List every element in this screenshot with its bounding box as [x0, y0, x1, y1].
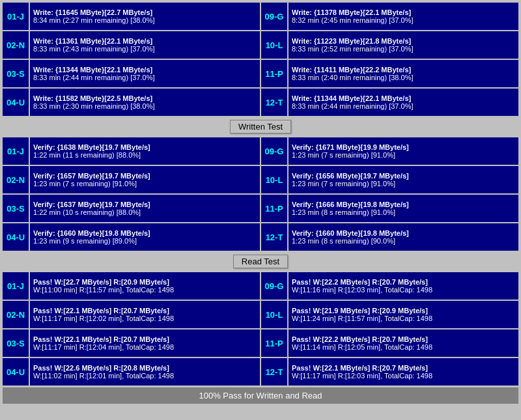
cell-line2-right: 1:23 min (7 s remaining) [91.0%]: [292, 180, 515, 188]
read-test-divider: Read Test: [3, 253, 518, 270]
row-id-left: 02-N: [3, 166, 29, 193]
cell-right: Pass! W:[22.1 MByte/s] R:[20.7 MByte/s]W…: [289, 358, 518, 385]
cell-line2-right: W:[11:24 min] R:[11:57 min], TotalCap: 1…: [292, 315, 515, 322]
cell-right: Pass! W:[22.2 MByte/s] R:[20.7 MByte/s]W…: [289, 329, 518, 357]
cell-line2-left: 1:22 min (11 s remaining) [88.0%]: [33, 151, 257, 159]
cell-line1-right: Write: {11344 MByte}[22.1 MByte/s]: [292, 94, 515, 102]
cell-line2-right: 8:33 min (2:40 min remaining) [38.0%]: [292, 74, 515, 81]
cell-line2-left: W:[11:17 min] R:[12:04 min], TotalCap: 1…: [33, 343, 257, 351]
cell-line2-left: 8:33 min (2:44 min remaining) [37.0%]: [33, 74, 257, 81]
row-id-right: 09-G: [261, 137, 287, 165]
table-row: 04-UPass! W:[22.6 MByte/s] R:[20.8 MByte…: [3, 358, 518, 385]
cell-line1-left: Pass! W:[22.1 MByte/s] R:[20.7 MByte/s]: [33, 307, 257, 315]
row-id-right: 09-G: [261, 272, 287, 300]
cell-line2-right: W:[11:17 min] R:[12:03 min], TotalCap: 1…: [292, 372, 515, 380]
row-id-right: 10-L: [261, 301, 287, 328]
cell-left: Verify: {1660 MByte}[19.8 MByte/s]1:23 m…: [30, 223, 260, 251]
row-id-right: 10-L: [261, 31, 287, 59]
cell-line1-right: Pass! W:[21.9 MByte/s] R:[20.9 MByte/s]: [292, 307, 515, 315]
cell-left: Write: {11645 MByte}[22.7 MByte/s]8:34 m…: [30, 3, 260, 30]
cell-line2-right: W:[11:14 min] R:[12:05 min], TotalCap: 1…: [292, 343, 515, 351]
table-row: 01-JPass! W:[22.7 MByte/s] R:[20.9 MByte…: [3, 272, 518, 300]
cell-line2-right: 1:23 min (8 s remaining) [90.0%]: [292, 237, 515, 245]
cell-right: Verify: {1660 MByte}[19.8 MByte/s]1:23 m…: [289, 223, 518, 251]
cell-left: Write: {11582 MByte}[22.5 MByte/s]8:33 m…: [30, 89, 260, 116]
cell-line2-right: 8:33 min (2:44 min remaining) [37.0%]: [292, 102, 515, 110]
cell-left: Write: {11344 MByte}[22.1 MByte/s]8:33 m…: [30, 60, 260, 87]
read-section: 01-JPass! W:[22.7 MByte/s] R:[20.9 MByte…: [3, 272, 518, 385]
row-id-right: 11-P: [261, 195, 287, 222]
row-id-right: 12-T: [261, 358, 287, 385]
cell-line1-left: Write: {11582 MByte}[22.5 MByte/s]: [33, 94, 257, 102]
row-id-left: 03-S: [3, 329, 29, 357]
cell-line1-left: Verify: {1657 MByte}[19.7 MByte/s]: [33, 172, 257, 180]
bottom-status-bar: 100% Pass for Written and Read: [3, 387, 518, 404]
cell-line2-left: W:[11:02 min] R:[12:01 min], TotalCap: 1…: [33, 372, 257, 380]
cell-line1-left: Verify: {1638 MByte}[19.7 MByte/s]: [33, 143, 257, 151]
cell-line1-left: Pass! W:[22.6 MByte/s] R:[20.8 MByte/s]: [33, 364, 257, 372]
table-row: 01-JWrite: {11645 MByte}[22.7 MByte/s]8:…: [3, 3, 518, 30]
cell-line1-right: Pass! W:[22.2 MByte/s] R:[20.7 MByte/s]: [292, 278, 515, 286]
table-row: 03-SPass! W:[22.1 MByte/s] R:[20.7 MByte…: [3, 329, 518, 357]
cell-left: Pass! W:[22.1 MByte/s] R:[20.7 MByte/s]W…: [30, 329, 260, 357]
cell-line1-left: Write: {11645 MByte}[22.7 MByte/s]: [33, 8, 257, 16]
cell-left: Write: {11361 MByte}[22.1 MByte/s]8:33 m…: [30, 31, 260, 59]
cell-line1-right: Verify: {1660 MByte}[19.8 MByte/s]: [292, 229, 515, 237]
cell-line1-right: Verify: {1666 MByte}[19.8 MByte/s]: [292, 201, 515, 208]
row-id-left: 04-U: [3, 223, 29, 251]
cell-left: Verify: {1637 MByte}[19.7 MByte/s]1:22 m…: [30, 195, 260, 222]
table-row: 03-SVerify: {1637 MByte}[19.7 MByte/s]1:…: [3, 195, 518, 222]
table-row: 04-UVerify: {1660 MByte}[19.8 MByte/s]1:…: [3, 223, 518, 251]
row-id-left: 04-U: [3, 89, 29, 116]
row-id-left: 04-U: [3, 358, 29, 385]
row-id-left: 02-N: [3, 301, 29, 328]
cell-line1-left: Pass! W:[22.7 MByte/s] R:[20.9 MByte/s]: [33, 278, 257, 286]
cell-right: Pass! W:[21.9 MByte/s] R:[20.9 MByte/s]W…: [289, 301, 518, 328]
row-id-left: 03-S: [3, 195, 29, 222]
row-id-left: 01-J: [3, 272, 29, 300]
row-id-right: 10-L: [261, 166, 287, 193]
row-id-right: 11-P: [261, 60, 287, 87]
cell-left: Verify: {1638 MByte}[19.7 MByte/s]1:22 m…: [30, 137, 260, 165]
cell-line1-left: Write: {11361 MByte}[22.1 MByte/s]: [33, 37, 257, 45]
row-id-right: 09-G: [261, 3, 287, 30]
cell-line1-right: Write: {11223 MByte}[21.8 MByte/s]: [292, 37, 515, 45]
cell-line2-left: 8:34 min (2:27 min remaining) [38.0%]: [33, 16, 257, 24]
cell-line1-left: Write: {11344 MByte}[22.1 MByte/s]: [33, 66, 257, 74]
cell-line2-right: W:[11:16 min] R:[12:03 min], TotalCap: 1…: [292, 286, 515, 294]
table-row: 02-NWrite: {11361 MByte}[22.1 MByte/s]8:…: [3, 31, 518, 59]
cell-line1-right: Pass! W:[22.2 MByte/s] R:[20.7 MByte/s]: [292, 335, 515, 343]
row-id-left: 03-S: [3, 60, 29, 87]
status-text: 100% Pass for Written and Read: [199, 391, 322, 400]
cell-line1-right: Write: {11378 MByte}[22.1 MByte/s]: [292, 8, 515, 16]
row-id-right: 11-P: [261, 329, 287, 357]
row-id-left: 02-N: [3, 31, 29, 59]
cell-right: Pass! W:[22.2 MByte/s] R:[20.7 MByte/s]W…: [289, 272, 518, 300]
cell-left: Pass! W:[22.6 MByte/s] R:[20.8 MByte/s]W…: [30, 358, 260, 385]
table-row: 01-JVerify: {1638 MByte}[19.7 MByte/s]1:…: [3, 137, 518, 165]
cell-left: Pass! W:[22.7 MByte/s] R:[20.9 MByte/s]W…: [30, 272, 260, 300]
written-test-label: Written Test: [230, 120, 291, 133]
row-id-right: 12-T: [261, 89, 287, 116]
row-id-left: 01-J: [3, 3, 29, 30]
cell-line1-left: Verify: {1637 MByte}[19.7 MByte/s]: [33, 201, 257, 208]
read-test-label: Read Test: [233, 255, 288, 268]
cell-line2-right: 8:32 min (2:45 min remaining) [37.0%]: [292, 16, 515, 24]
cell-line2-left: W:[11:00 min] R:[11:57 min], TotalCap: 1…: [33, 286, 257, 294]
cell-line1-right: Write: {11411 MByte}[22.2 MByte/s]: [292, 66, 515, 74]
cell-line1-left: Verify: {1660 MByte}[19.8 MByte/s]: [33, 229, 257, 237]
cell-line1-right: Verify: {1656 MByte}[19.7 MByte/s]: [292, 172, 515, 180]
table-row: 02-NVerify: {1657 MByte}[19.7 MByte/s]1:…: [3, 166, 518, 193]
cell-right: Write: {11223 MByte}[21.8 MByte/s]8:33 m…: [289, 31, 518, 59]
cell-line2-right: 1:23 min (8 s remaining) [91.0%]: [292, 208, 515, 216]
cell-right: Write: {11344 MByte}[22.1 MByte/s]8:33 m…: [289, 89, 518, 116]
cell-line2-left: 8:33 min (2:30 min remaining) [38.0%]: [33, 102, 257, 110]
table-row: 03-SWrite: {11344 MByte}[22.1 MByte/s]8:…: [3, 60, 518, 87]
cell-line1-right: Verify: {1671 MByte}[19.9 MByte/s]: [292, 143, 515, 151]
cell-line2-right: 8:33 min (2:52 min remaining) [37.0%]: [292, 45, 515, 53]
cell-line2-left: 1:23 min (9 s remaining) [89.0%]: [33, 237, 257, 245]
cell-line2-left: 8:33 min (2:43 min remaining) [37.0%]: [33, 45, 257, 53]
row-id-right: 12-T: [261, 223, 287, 251]
cell-right: Verify: {1671 MByte}[19.9 MByte/s]1:23 m…: [289, 137, 518, 165]
cell-line2-right: 1:23 min (7 s remaining) [91.0%]: [292, 151, 515, 159]
